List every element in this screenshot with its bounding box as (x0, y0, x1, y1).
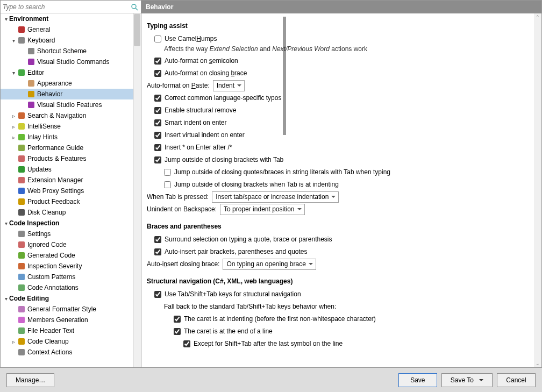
dropdown-paste[interactable]: Indent (213, 80, 245, 91)
checkbox-structural-remove[interactable]: Enable structural remove (154, 106, 236, 114)
tree-item-visual-studio-commands[interactable]: Visual Studio Commands (1, 56, 141, 67)
svg-rect-29 (18, 338, 25, 345)
svg-rect-8 (28, 91, 34, 97)
content-scrollbar[interactable]: ⌃ ⌄ (534, 13, 541, 367)
tree-arrow-icon[interactable]: ▾ (3, 220, 9, 226)
tree-item-web-proxy-settings[interactable]: Web Proxy Settings (1, 186, 141, 196)
tree-item-generated-code[interactable]: Generated Code (1, 250, 141, 261)
checkbox-smart-indent[interactable]: Smart indent on enter (154, 119, 226, 126)
checkbox-insert-star[interactable]: Insert * on Enter after /* (154, 144, 232, 151)
tree-arrow-icon[interactable]: ▹ (10, 339, 17, 345)
tree-item-settings[interactable]: Settings (1, 229, 141, 239)
row-tab-pressed: When Tab is pressed: Insert tab/space or… (147, 191, 533, 203)
tree-item-behavior[interactable]: Behavior (1, 89, 141, 99)
svg-rect-17 (18, 188, 25, 194)
manage-button[interactable]: Manage… (6, 373, 54, 387)
tree-item-context-actions[interactable]: Context Actions (1, 347, 141, 358)
svg-rect-23 (18, 263, 25, 269)
row-unindent: Unindent on Backspace: To proper indent … (147, 203, 533, 215)
tree-item-general-formatter-style[interactable]: General Formatter Style (1, 304, 141, 315)
tree-item-ignored-code[interactable]: Ignored Code (1, 239, 141, 250)
svg-rect-15 (18, 166, 25, 173)
tree-item-label: Code Annotations (27, 284, 79, 291)
checkbox-jump-indent[interactable]: Jump outside of closing brackets when Ta… (164, 181, 339, 188)
checkbox-surround[interactable]: Surround selection on typing a quote, br… (154, 236, 332, 243)
tree-item-updates[interactable]: Updates (1, 164, 141, 175)
section-structural-nav: Structural navigation (C#, XML, web lang… (147, 277, 533, 285)
gear-icon (27, 90, 35, 98)
tree-item-visual-studio-features[interactable]: Visual Studio Features (1, 99, 141, 110)
checkbox-autoinsert-pair[interactable]: Auto-insert pair brackets, parentheses a… (154, 248, 308, 255)
svg-rect-24 (18, 274, 25, 280)
tree-item-shortcut-scheme[interactable]: Shortcut Scheme (1, 46, 141, 56)
checkbox-caret-indenting[interactable]: The caret is at indenting (before the fi… (174, 315, 376, 323)
tree-item-intellisense[interactable]: ▹IntelliSense (1, 121, 141, 132)
save-to-button[interactable]: Save To (441, 373, 493, 387)
checkbox-jump-tab[interactable]: Jump outside of closing brackets with Ta… (154, 156, 283, 163)
sidebar: ▾EnvironmentGeneral▾KeyboardShortcut Sch… (1, 1, 141, 367)
tree-item-performance-guide[interactable]: Performance Guide (1, 142, 141, 153)
tree-item-members-generation[interactable]: Members Generation (1, 315, 141, 325)
dropdown-closing-brace[interactable]: On typing an opening brace (223, 259, 316, 270)
dropdown-tab-pressed[interactable]: Insert tab/space or increase indentation (212, 191, 339, 203)
camelhumps-note: Affects the way Extend Selection and Nex… (164, 45, 533, 53)
tree-item-file-header-text[interactable]: File Header Text (1, 325, 141, 336)
search-input[interactable] (3, 3, 130, 11)
checkbox-jump-quotes[interactable]: Jump outside of closing quotes/braces in… (164, 168, 390, 176)
tree-item-products-features[interactable]: Products & Features (1, 153, 141, 164)
cancel-button[interactable]: Cancel (497, 373, 536, 387)
checkbox-except-shift-tab[interactable]: Except for Shift+Tab after the last symb… (183, 340, 343, 347)
svg-rect-16 (18, 177, 25, 183)
tree-item-general[interactable]: General (1, 24, 141, 35)
tree-item-product-feedback[interactable]: Product Feedback (1, 196, 141, 207)
tree-item-disk-cleanup[interactable]: Disk Cleanup (1, 207, 141, 218)
save-button[interactable]: Save (398, 373, 437, 387)
tree-item-code-annotations[interactable]: Code Annotations (1, 282, 141, 293)
snail-icon (17, 144, 26, 152)
checkbox-camelhumps[interactable]: Use CamelHumps (154, 35, 217, 42)
tree-item-appearance[interactable]: Appearance (1, 78, 141, 89)
svg-rect-27 (18, 317, 25, 323)
tree-item-inspection-severity[interactable]: Inspection Severity (1, 261, 141, 272)
ext-icon (17, 176, 26, 184)
tree-arrow-icon[interactable]: ▾ (10, 70, 17, 76)
tree-item-code-cleanup[interactable]: ▹Code Cleanup (1, 336, 141, 347)
tree-arrow-icon[interactable]: ▹ (10, 124, 17, 130)
checkbox-autoformat-brace[interactable]: Auto-format on closing brace (154, 69, 247, 77)
tree-arrow-icon[interactable]: ▾ (10, 38, 17, 44)
tree-item-custom-patterns[interactable]: Custom Patterns (1, 272, 141, 282)
svg-rect-14 (18, 155, 25, 162)
fallback-note: Fall back to the standard Tab/Shift+Tab … (147, 301, 533, 312)
row-closing-brace: Auto-insert closing brace: On typing an … (147, 258, 533, 270)
checkbox-caret-end[interactable]: The caret is at the end of a line (174, 327, 273, 335)
tree-item-environment[interactable]: ▾Environment (1, 13, 141, 24)
svg-rect-3 (18, 37, 25, 44)
svg-point-0 (132, 4, 136, 9)
tree-item-label: Inspection Severity (27, 262, 82, 270)
format-icon (17, 305, 26, 313)
tree-scrollbar[interactable] (133, 13, 141, 367)
tree-item-label: Behavior (37, 90, 62, 98)
tree-arrow-icon[interactable]: ▾ (3, 16, 9, 22)
tree-item-search-navigation[interactable]: ▹Search & Navigation (1, 110, 141, 121)
search-icon[interactable] (130, 3, 139, 11)
hint-icon (17, 133, 26, 141)
tree-arrow-icon[interactable]: ▹ (10, 113, 17, 119)
svg-rect-28 (18, 327, 25, 334)
svg-rect-13 (18, 145, 25, 151)
tree-item-extension-manager[interactable]: Extension Manager (1, 175, 141, 186)
tree-item-inlay-hints[interactable]: ▹Inlay Hints (1, 132, 141, 142)
tree-item-keyboard[interactable]: ▾Keyboard (1, 35, 141, 46)
checkbox-use-tab-structural[interactable]: Use Tab/Shift+Tab keys for structural na… (154, 290, 301, 298)
checkbox-autoformat-semicolon[interactable]: Auto-format on semicolon (154, 57, 238, 65)
tree-arrow-icon[interactable]: ▾ (3, 296, 9, 302)
checkbox-virtual-indent[interactable]: Insert virtual indent on enter (154, 131, 245, 139)
tree-item-label: Generated Code (27, 252, 75, 259)
tree-item-editor[interactable]: ▾Editor (1, 67, 141, 78)
tree-item-code-editing[interactable]: ▾Code Editing (1, 293, 141, 304)
tree-item-code-inspection[interactable]: ▾Code Inspection (1, 218, 141, 229)
dropdown-unindent[interactable]: To proper indent position (220, 204, 304, 215)
checkbox-typos[interactable]: Correct common language-specific typos (154, 94, 281, 102)
tree-arrow-icon[interactable]: ▹ (10, 134, 17, 140)
annot-icon (17, 283, 26, 292)
